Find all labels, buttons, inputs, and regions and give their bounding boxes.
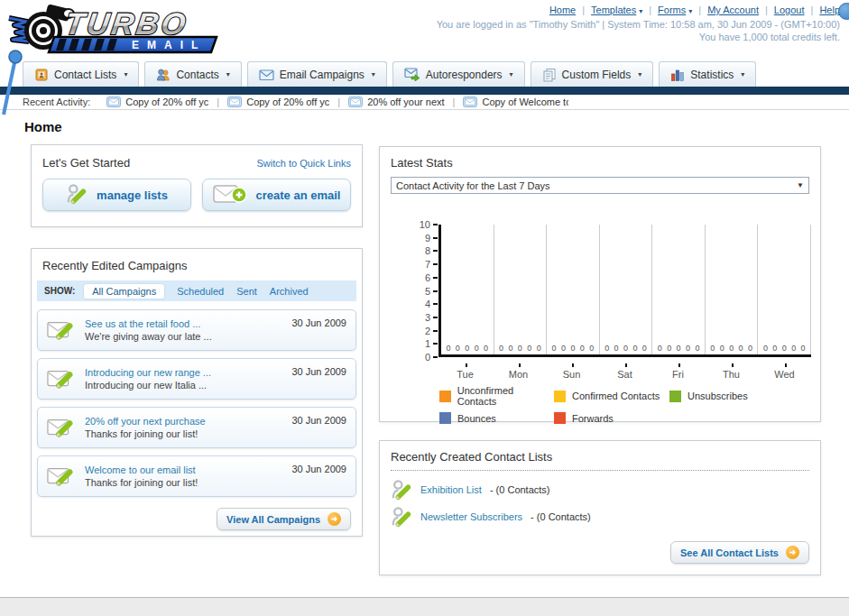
link-separator: | [765, 5, 768, 15]
bar-value-label: 0 [614, 344, 619, 353]
tab-contact-lists[interactable]: Contact Lists▾ [23, 61, 139, 87]
top-link-help[interactable]: Help [819, 5, 840, 15]
campaign-date: 30 Jun 2009 [291, 317, 346, 328]
create-email-button[interactable]: create an email [202, 179, 351, 211]
contact-activity-chart: 00000000000000000000000000000000000 [438, 225, 811, 357]
activity-item-label: Copy of Welcome tc [482, 97, 568, 107]
top-nav-links: Home|Templates▾|Forms▾|My Account|Logout… [549, 5, 840, 15]
create-email-label: create an email [256, 188, 341, 202]
stats-period-select[interactable]: Contact Activity for the Last 7 Days ▼ [391, 177, 809, 194]
contact-lists-title: Recently Created Contact Lists [380, 441, 820, 470]
bar-value-label: 0 [695, 344, 699, 353]
activity-separator: | [453, 97, 456, 107]
campaign-card[interactable]: Welcome to our email listThanks for join… [37, 455, 356, 497]
view-all-campaigns-label: View All Campaigns [226, 514, 320, 525]
campaign-date: 30 Jun 2009 [291, 415, 346, 426]
see-all-contact-lists-button[interactable]: See All Contact Lists ➜ [670, 541, 809, 564]
y-tick-label: 5 [425, 286, 430, 297]
bar-value-label: 0 [677, 344, 681, 353]
tab-label: Contact Lists [54, 69, 116, 81]
contact-list-item[interactable]: Exhibition List- (0 Contacts) [391, 476, 809, 503]
tab-custom-fields[interactable]: Custom Fields▾ [531, 61, 654, 87]
y-tick-label: 1 [425, 338, 430, 349]
contact-lists-icon [34, 68, 49, 82]
legend-swatch [554, 412, 566, 424]
chevron-down-icon: ▾ [688, 7, 692, 15]
contact-list-count: - (0 Contacts) [531, 511, 591, 522]
bar-value-label: 0 [604, 344, 609, 353]
tab-contacts[interactable]: Contacts▾ [144, 61, 241, 87]
campaign-subtitle: Thanks for joining our list! [85, 428, 282, 440]
chart-day-group: 00000 [441, 225, 494, 354]
chart-day-group: 00000 [494, 225, 548, 354]
latest-stats-panel: Latest Stats Contact Activity for the La… [379, 146, 821, 422]
bar-value-label: 0 [791, 344, 796, 353]
logo-brand-text: TURBO [63, 6, 190, 41]
bar-value-labels: 00000 [494, 344, 547, 353]
see-all-contact-lists-label: See All Contact Lists [680, 547, 779, 558]
legend-label: Unconfirmed Contacts [457, 385, 554, 407]
legend-item: Unconfirmed Contacts [439, 385, 554, 407]
legend-item: Confirmed Contacts [554, 385, 669, 407]
small-envelope-icon [463, 97, 477, 107]
filter-scheduled[interactable]: Scheduled [177, 286, 224, 297]
x-tick-label: Tue [438, 363, 492, 380]
manage-lists-button[interactable]: manage lists [42, 179, 191, 211]
chart-day-group: 00000 [600, 225, 653, 354]
tab-statistics[interactable]: Statistics▾ [659, 61, 756, 87]
recent-campaigns-title: Recently Edited Campaigns [32, 249, 362, 280]
main-nav-tabs: Contact Lists▾Contacts▾Email Campaigns▾A… [23, 61, 761, 87]
top-link-home[interactable]: Home [549, 5, 576, 15]
tab-email-campaigns[interactable]: Email Campaigns▾ [247, 61, 387, 87]
campaign-card[interactable]: See us at the retail food ...We're givin… [37, 309, 356, 351]
tab-autoresponders[interactable]: Autoresponders▾ [392, 61, 525, 87]
list-pencil-icon [391, 478, 412, 501]
campaign-text: See us at the retail food ...We're givin… [85, 317, 282, 343]
small-envelope-icon [348, 97, 363, 107]
view-all-campaigns-button[interactable]: View All Campaigns ➜ [217, 508, 351, 530]
legend-label: Unsubscribes [688, 391, 748, 401]
recent-campaigns-panel: Recently Edited Campaigns SHOW: All Camp… [31, 248, 363, 537]
contact-list-item[interactable]: Newsletter Subscribers- (0 Contacts) [391, 503, 809, 530]
bar-value-label: 0 [570, 344, 575, 353]
filter-archived[interactable]: Archived [270, 286, 309, 297]
top-link-my-account[interactable]: My Account [707, 5, 759, 15]
bar-value-label: 0 [580, 344, 585, 353]
campaign-subtitle: Thanks for joining our list! [85, 476, 282, 489]
link-separator: | [582, 5, 585, 15]
bar-value-label: 0 [763, 344, 768, 353]
contact-list-name-link[interactable]: Newsletter Subscribers [420, 511, 522, 522]
legend-swatch [669, 391, 681, 402]
filter-all-campaigns[interactable]: All Campaigns [84, 284, 164, 299]
contact-list-items: Exhibition List- (0 Contacts)Newsletter … [380, 471, 820, 530]
logo-banner: EMAIL [49, 37, 217, 52]
recent-activity-item[interactable]: Copy of Welcome tc [463, 97, 568, 107]
campaign-title-link[interactable]: 20% off your next purchase [85, 415, 282, 428]
campaign-title-link[interactable]: Welcome to our email list [85, 464, 282, 476]
top-link-forms[interactable]: Forms [658, 5, 686, 15]
top-link-templates[interactable]: Templates [591, 5, 636, 15]
bar-value-label: 0 [537, 344, 541, 353]
recent-activity-strip: Recent Activity: Copy of 20% off yc|Copy… [0, 95, 849, 110]
contact-list-name-link[interactable]: Exhibition List [420, 484, 482, 495]
recent-activity-item[interactable]: Copy of 20% off yc [227, 97, 329, 107]
chart-day-group: 00000 [547, 225, 600, 354]
campaign-card[interactable]: 20% off your next purchaseThanks for joi… [37, 407, 356, 448]
recent-activity-item[interactable]: Copy of 20% off yc [106, 97, 208, 107]
campaign-title-link[interactable]: Introducing our new range ... [85, 366, 282, 379]
login-status: You are logged in as "Timothy Smith" | S… [437, 18, 840, 43]
y-tick-label: 9 [425, 233, 430, 244]
chart-day-group: 00000 [652, 225, 706, 354]
y-tick-label: 2 [425, 326, 430, 336]
filter-sent[interactable]: Sent [236, 286, 257, 297]
campaign-card[interactable]: Introducing our new range ...Introducing… [37, 358, 356, 400]
switch-quick-links-link[interactable]: Switch to Quick Links [256, 158, 351, 169]
campaign-date: 30 Jun 2009 [291, 366, 346, 377]
campaign-title-link[interactable]: See us at the retail food ... [85, 317, 282, 330]
top-link-logout[interactable]: Logout [774, 5, 805, 15]
activity-item-label: Copy of 20% off yc [125, 97, 208, 107]
chart-x-axis: TueMonSunSatFriThuWed [438, 363, 811, 380]
tab-label: Autoresponders [426, 69, 503, 81]
recent-activity-item[interactable]: 20% off your next [348, 97, 444, 107]
bar-value-labels: 00000 [652, 344, 705, 353]
